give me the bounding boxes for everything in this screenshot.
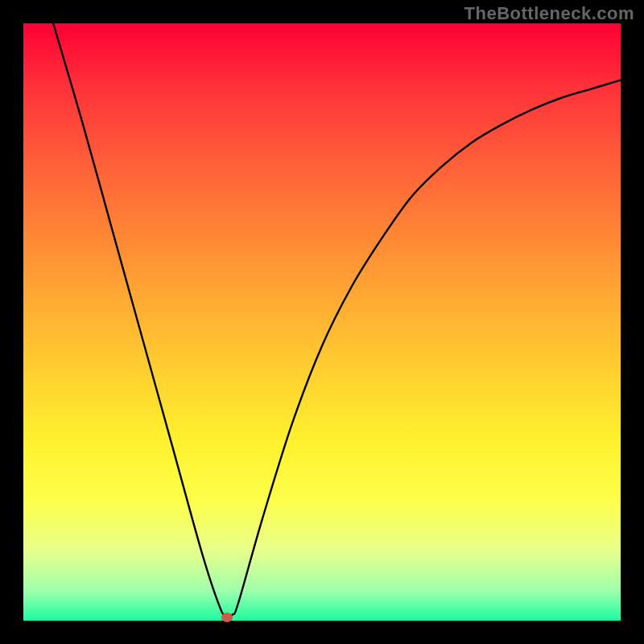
- bottleneck-curve: [23, 23, 621, 621]
- plot-area: [23, 23, 621, 621]
- chart-root: TheBottleneck.com: [0, 0, 644, 644]
- watermark-text: TheBottleneck.com: [464, 3, 634, 24]
- optimal-marker: [221, 613, 233, 622]
